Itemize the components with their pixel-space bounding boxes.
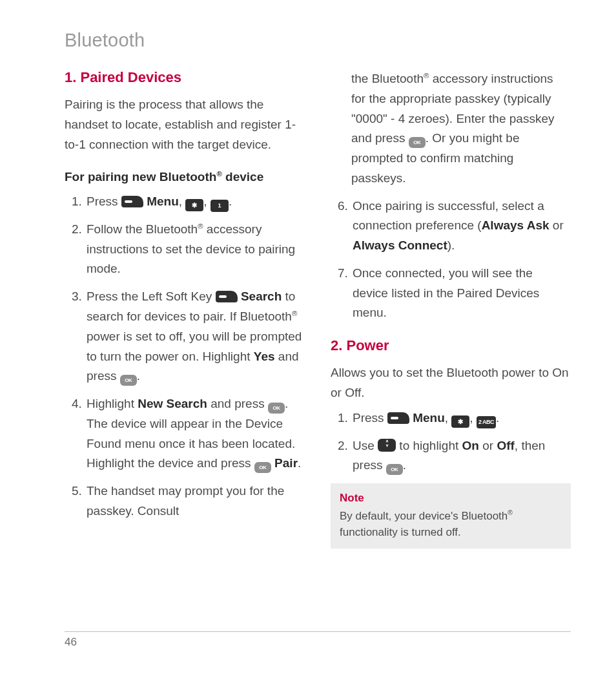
off-label: Off: [497, 439, 514, 452]
menu-label: Menu: [147, 195, 179, 208]
step6-or: or: [549, 218, 564, 232]
ok-key-icon: OK: [268, 403, 285, 414]
pstep1-a: Press: [353, 411, 387, 425]
left-soft-key-icon: [121, 196, 143, 207]
power-intro: Allows you to set the Bluetooth power to…: [331, 363, 571, 403]
step4-b: and press: [207, 397, 268, 410]
pair-label: Pair: [274, 456, 298, 470]
power-step-2: Use to highlight On or Off, then press O…: [351, 436, 571, 476]
pairing-steps: Press Menu, , 1. Follow the Bluetooth® a…: [65, 192, 305, 521]
registered-mark: ®: [508, 509, 513, 516]
column-right: the Bluetooth® accessory instructions fo…: [331, 69, 571, 549]
step-5: The handset may prompt you for the passk…: [85, 481, 305, 521]
subheading-text-b: device: [222, 170, 263, 184]
step-4: Highlight New Search and press OK. The d…: [85, 394, 305, 474]
step5c-a: the Bluetooth: [351, 72, 424, 85]
step-7: Once connected, you will see the device …: [351, 264, 571, 323]
page-number: 46: [65, 636, 77, 648]
pstep2-a: Use: [353, 439, 378, 452]
step2-a: Follow the Bluetooth: [87, 222, 198, 236]
registered-mark: ®: [216, 170, 221, 178]
note-box: Note By default, your device's Bluetooth…: [331, 483, 571, 549]
pairing-subheading: For pairing new Bluetooth® device: [65, 169, 305, 185]
content-columns: 1. Paired Devices Pairing is the process…: [65, 69, 571, 549]
step3-a: Press the Left Soft Key: [87, 289, 216, 303]
note-body-a: By default, your device's Bluetooth: [340, 510, 508, 522]
pairing-steps-cont: Once pairing is successful, select a con…: [331, 196, 571, 324]
ok-key-icon: OK: [254, 462, 271, 473]
one-key-icon: 1: [210, 200, 229, 212]
page-footer: 46: [65, 631, 571, 649]
ok-key-icon: OK: [120, 375, 137, 386]
chapter-title: Bluetooth: [65, 30, 571, 51]
section-paired-devices-title: 1. Paired Devices: [65, 69, 305, 86]
power-step-1: Press Menu, , 2 ABC.: [351, 408, 571, 428]
manual-page: Bluetooth 1. Paired Devices Pairing is t…: [0, 0, 616, 694]
nav-key-icon: [378, 439, 396, 452]
left-soft-key-icon: [216, 291, 238, 302]
left-soft-key-icon: [387, 412, 409, 424]
note-title: Note: [340, 490, 562, 507]
on-label: On: [462, 439, 479, 452]
new-search-label: New Search: [138, 397, 207, 410]
registered-mark: ®: [292, 310, 297, 317]
ok-key-icon: OK: [386, 464, 403, 475]
registered-mark: ®: [198, 222, 203, 230]
step6-b: ).: [447, 238, 455, 252]
always-connect-label: Always Connect: [353, 238, 447, 252]
pstep2-or: or: [479, 439, 497, 452]
paired-intro: Pairing is the process that allows the h…: [65, 95, 305, 154]
star-key-icon: [451, 415, 469, 428]
step-1: Press Menu, , 1.: [85, 192, 305, 212]
note-body-b: functionality is turned off.: [340, 526, 461, 538]
step-6: Once pairing is successful, select a con…: [351, 196, 571, 256]
power-steps: Press Menu, , 2 ABC. Use to highlight On…: [331, 408, 571, 476]
step5-a: The handset may prompt you for the passk…: [87, 484, 284, 518]
star-key-icon: [185, 199, 203, 211]
yes-label: Yes: [254, 350, 275, 363]
step4-a: Highlight: [87, 397, 138, 410]
search-label: Search: [241, 289, 282, 303]
subheading-text-a: For pairing new Bluetooth: [65, 170, 216, 184]
menu-label: Menu: [413, 411, 445, 425]
two-key-icon: 2 ABC: [477, 416, 496, 428]
step-2: Follow the Bluetooth® accessory instruct…: [85, 220, 305, 279]
step1-text: Press: [87, 195, 121, 208]
ok-key-icon: OK: [409, 137, 426, 148]
column-left: 1. Paired Devices Pairing is the process…: [65, 69, 305, 549]
always-ask-label: Always Ask: [482, 218, 549, 232]
step-5-continued: the Bluetooth® accessory instructions fo…: [331, 69, 571, 189]
section-power-title: 2. Power: [331, 337, 571, 354]
step-3: Press the Left Soft Key Search to search…: [85, 287, 305, 386]
note-body: By default, your device's Bluetooth® fun…: [340, 508, 562, 541]
pstep2-b: to highlight: [396, 439, 462, 452]
